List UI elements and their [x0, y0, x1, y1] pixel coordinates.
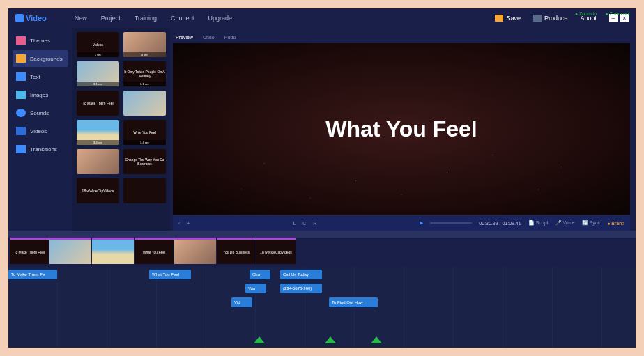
preview-label: Preview [176, 35, 193, 40]
nav-upgrade[interactable]: Upgrade [208, 15, 233, 22]
backgrounds-icon [16, 54, 26, 63]
nav-connect[interactable]: Connect [171, 15, 194, 22]
prev-button[interactable]: ‹ [178, 221, 180, 226]
playback-controls: ‹ + L C R ▶ 00:30.83 / 01:08.41 📄 Script… [173, 215, 630, 231]
timeline-ruler[interactable] [8, 231, 636, 238]
save-button[interactable]: Save [495, 15, 521, 22]
produce-icon [533, 15, 542, 22]
track-clip[interactable]: To Make Them Fe [8, 270, 57, 279]
track-clip[interactable]: You [245, 284, 266, 293]
sidebar-item-videos[interactable]: Videos [13, 123, 68, 139]
timeline-clip[interactable]: What You Feel [135, 238, 174, 264]
sidebar-item-sounds[interactable]: Sounds [13, 105, 68, 121]
track-clip[interactable]: (234-5678-900) [280, 284, 322, 293]
sidebar-item-text[interactable]: Text [13, 68, 68, 85]
library-panel: Videos1 sec3 sec3.1 secIt Only Takes Peo… [72, 28, 170, 231]
library-thumb[interactable]: 3.1 sec [77, 61, 119, 86]
library-thumb[interactable]: To Make Them Feel [77, 91, 119, 116]
library-thumb[interactable]: 3.4 sec [77, 120, 119, 145]
sidebar-item-backgrounds[interactable]: Backgrounds [13, 50, 68, 67]
library-thumb[interactable]: It Only Takes People On A Journey3.1 sec [123, 61, 166, 86]
sidebar-item-themes[interactable]: Themes [13, 32, 68, 49]
library-thumb[interactable]: 3 sec [123, 32, 166, 57]
marker-icon[interactable] [371, 336, 382, 343]
timeline-clip[interactable] [49, 238, 91, 264]
particles [173, 43, 630, 215]
add-button[interactable]: + [187, 221, 190, 226]
preview-header: Preview Undo Redo ● Zoom in ● Zoom out [173, 31, 630, 43]
marker-icon[interactable] [254, 336, 265, 343]
preview-area: Preview Undo Redo ● Zoom in ● Zoom out W… [170, 28, 636, 231]
timeline-clip[interactable]: To Make Them Feel [10, 238, 49, 264]
logo-icon [15, 14, 24, 22]
text-icon [16, 72, 26, 81]
library-thumb[interactable] [123, 178, 166, 203]
timeline: To Make Them FeelWhat You FeelYou Do Bus… [8, 231, 636, 348]
nav-new[interactable]: New [75, 15, 87, 22]
voice-button[interactable]: 🎤 Voice [555, 220, 575, 226]
library-thumb[interactable] [77, 149, 119, 174]
undo-button[interactable]: Undo [203, 35, 215, 40]
sync-button[interactable]: 🔄 Sync [582, 220, 601, 226]
marker-icon[interactable] [325, 336, 336, 343]
timecode: 00:30.83 / 01:08.41 [479, 221, 521, 226]
track-clip[interactable]: To Find Out How [329, 297, 378, 307]
timeline-clip[interactable] [174, 238, 216, 264]
progress-bar[interactable] [430, 222, 472, 224]
sidebar-item-images[interactable]: Images [13, 86, 68, 103]
timeline-video-track[interactable]: To Make Them FeelWhat You FeelYou Do Bus… [8, 238, 636, 267]
track-clip[interactable]: Vid [231, 297, 252, 307]
brand-button[interactable]: ● Brand [607, 221, 624, 226]
top-nav: NewProjectTrainingConnectUpgrade [75, 15, 232, 22]
videos-icon [16, 127, 26, 135]
transitions-icon [16, 145, 26, 153]
sidebar-item-transitions[interactable]: Transitions [13, 141, 68, 157]
redo-button[interactable]: Redo [224, 35, 236, 40]
themes-icon [16, 36, 26, 45]
timeline-tracks[interactable]: To Make Them FeWhat You FeelChaCall Us T… [8, 267, 636, 348]
app-name: Video [26, 14, 47, 22]
timeline-clip[interactable] [92, 238, 134, 264]
align-r[interactable]: R [313, 221, 316, 226]
library-thumb[interactable]: Videos1 sec [77, 32, 119, 57]
zoom-out-button[interactable]: ● Zoom out [605, 11, 630, 16]
produce-label: Produce [544, 15, 568, 22]
save-label: Save [506, 15, 521, 22]
zoom-in-button[interactable]: ● Zoom in [575, 11, 597, 16]
track-clip[interactable]: Call Us Today [280, 270, 322, 279]
timeline-clip[interactable]: 18 wWideClipVideos [256, 238, 296, 264]
preview-canvas[interactable]: What You Feel [173, 43, 630, 215]
sidebar: ThemesBackgroundsTextImagesSoundsVideosT… [8, 28, 72, 231]
track-clip[interactable]: Cha [250, 270, 270, 279]
timeline-clip[interactable]: You Do Business [217, 238, 256, 264]
nav-training[interactable]: Training [135, 15, 157, 22]
sounds-icon [16, 109, 26, 117]
library-thumb[interactable] [123, 91, 166, 116]
align-c[interactable]: C [302, 221, 306, 226]
library-thumb[interactable]: What You Feel3.4 sec [123, 120, 166, 145]
save-icon [495, 15, 503, 22]
play-button[interactable]: ▶ [420, 220, 423, 226]
align-l[interactable]: L [293, 221, 296, 226]
topbar: Video NewProjectTrainingConnectUpgrade S… [8, 8, 636, 28]
library-thumb[interactable]: Change The Way You Do Business [123, 149, 166, 174]
logo: Video [15, 14, 47, 22]
nav-project[interactable]: Project [101, 15, 121, 22]
images-icon [16, 91, 26, 99]
script-button[interactable]: 📄 Script [528, 220, 549, 226]
library-thumb[interactable]: 18 wWideClipVideos [77, 178, 119, 203]
produce-button[interactable]: Produce [533, 15, 568, 22]
track-clip[interactable]: What You Feel [149, 270, 191, 279]
